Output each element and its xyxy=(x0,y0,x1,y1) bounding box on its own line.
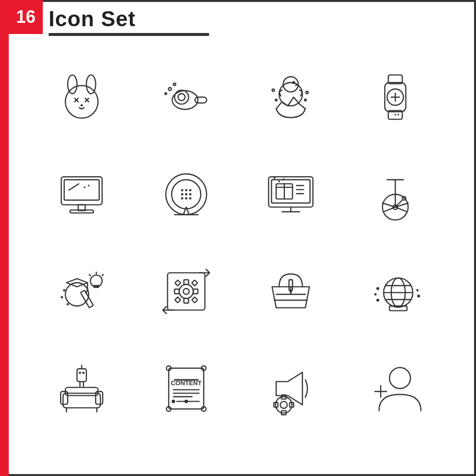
svg-rect-85 xyxy=(167,273,205,310)
icon-education-idea xyxy=(29,243,134,340)
svg-point-19 xyxy=(306,91,308,94)
svg-point-140 xyxy=(280,401,287,408)
svg-point-44 xyxy=(189,193,192,196)
icon-settings-arrows xyxy=(134,243,238,340)
svg-rect-120 xyxy=(77,369,86,381)
svg-line-81 xyxy=(102,274,103,275)
right-border xyxy=(474,0,476,476)
icon-rabbit xyxy=(29,49,134,146)
svg-point-47 xyxy=(189,197,192,200)
icon-chick xyxy=(238,49,343,146)
svg-rect-95 xyxy=(192,297,197,303)
svg-point-21 xyxy=(304,99,306,101)
svg-point-40 xyxy=(185,189,187,191)
svg-rect-9 xyxy=(195,97,207,103)
svg-point-61 xyxy=(273,177,275,179)
svg-point-1 xyxy=(68,75,77,93)
svg-point-87 xyxy=(183,289,189,294)
svg-rect-91 xyxy=(193,289,198,294)
svg-point-112 xyxy=(416,289,419,291)
svg-point-35 xyxy=(84,187,86,188)
svg-point-83 xyxy=(60,296,63,299)
svg-marker-102 xyxy=(289,290,292,294)
svg-point-82 xyxy=(63,289,65,291)
svg-line-34 xyxy=(69,184,78,190)
svg-point-2 xyxy=(86,75,95,93)
svg-point-60 xyxy=(282,178,284,180)
svg-rect-90 xyxy=(175,289,179,294)
svg-point-45 xyxy=(181,197,183,200)
svg-point-86 xyxy=(179,285,193,299)
icon-shopping-basket xyxy=(238,243,343,340)
icons-grid: CONTENT xyxy=(29,49,447,437)
icon-electric-plug-sofa xyxy=(29,340,134,437)
svg-point-109 xyxy=(376,287,379,290)
svg-point-7 xyxy=(80,104,83,106)
svg-point-18 xyxy=(272,89,274,91)
svg-rect-89 xyxy=(184,298,189,303)
number-badge: 16 xyxy=(9,0,43,34)
svg-point-12 xyxy=(168,87,171,90)
svg-point-17 xyxy=(292,81,295,84)
icon-content-document: CONTENT xyxy=(134,340,238,437)
svg-point-110 xyxy=(374,293,376,296)
svg-point-113 xyxy=(417,295,420,298)
svg-text:CONTENT: CONTENT xyxy=(171,379,202,387)
svg-point-125 xyxy=(82,372,85,374)
svg-point-29 xyxy=(397,114,399,116)
page-container: 16 Icon Set xyxy=(0,0,476,476)
top-border xyxy=(9,0,476,2)
svg-point-111 xyxy=(376,299,379,302)
svg-point-42 xyxy=(181,193,183,196)
svg-point-13 xyxy=(173,83,176,85)
svg-point-145 xyxy=(389,368,410,389)
icon-global-person xyxy=(343,243,447,340)
svg-point-84 xyxy=(66,303,69,306)
svg-point-36 xyxy=(88,185,89,187)
svg-point-28 xyxy=(394,114,396,116)
icon-whistle xyxy=(134,49,238,146)
svg-point-39 xyxy=(181,189,183,191)
svg-point-20 xyxy=(275,99,277,101)
svg-point-10 xyxy=(175,90,189,104)
svg-point-11 xyxy=(178,94,185,101)
svg-point-59 xyxy=(278,181,280,183)
title-underline xyxy=(49,33,209,36)
red-bar xyxy=(0,0,9,476)
svg-rect-93 xyxy=(192,280,197,286)
icon-smartwatch xyxy=(343,49,447,146)
svg-line-80 xyxy=(89,274,90,275)
svg-rect-92 xyxy=(175,280,180,286)
page-title: Icon Set xyxy=(49,7,136,31)
svg-rect-88 xyxy=(184,280,189,285)
bottom-border xyxy=(9,474,476,476)
svg-point-43 xyxy=(185,193,187,196)
svg-point-14 xyxy=(165,93,167,95)
svg-point-0 xyxy=(65,85,98,118)
icon-package-screen xyxy=(238,146,343,243)
svg-rect-115 xyxy=(65,388,98,396)
svg-rect-94 xyxy=(175,297,180,303)
svg-point-41 xyxy=(189,189,192,191)
svg-point-136 xyxy=(172,400,175,403)
icon-vinyl-record xyxy=(134,146,238,243)
svg-point-124 xyxy=(79,372,81,374)
icon-unicycle xyxy=(343,146,447,243)
icon-marketing-settings xyxy=(238,340,343,437)
svg-rect-33 xyxy=(70,210,93,213)
svg-point-138 xyxy=(184,400,188,403)
icon-add-person xyxy=(343,340,447,437)
icon-monitor xyxy=(29,146,134,243)
svg-point-46 xyxy=(185,197,187,200)
